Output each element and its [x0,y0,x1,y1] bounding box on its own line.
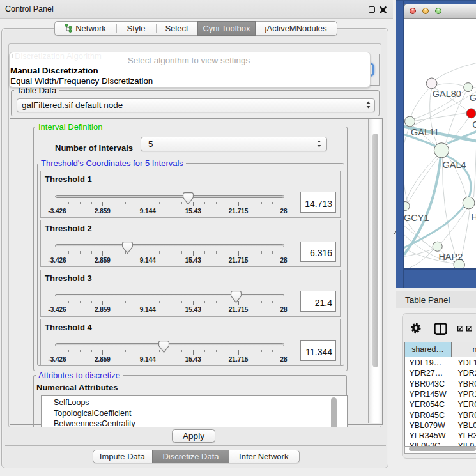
svg-text:HAP2: HAP2 [438,251,463,261]
svg-text:GAL11: GAL11 [411,127,439,137]
svg-text:GAL4: GAL4 [442,160,466,170]
svg-text:G.: G. [469,92,476,102]
svg-text:H: H [471,211,476,222]
svg-text:GAL80: GAL80 [432,88,461,98]
svg-text:C: C [472,119,476,129]
svg-text:GCY1: GCY1 [404,212,429,222]
